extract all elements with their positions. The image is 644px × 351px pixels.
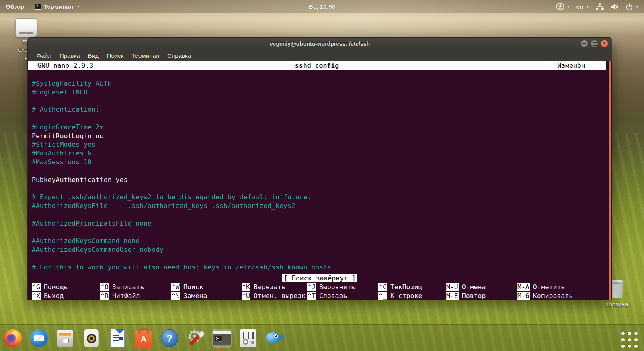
drive-icon <box>15 18 37 37</box>
dock-firefox[interactable] <box>3 329 23 348</box>
config-line: #SyslogFacility AUTH <box>32 79 612 88</box>
window-titlebar[interactable]: evgeniy@ubuntu-wordpress: /etc/ssh <box>28 38 612 50</box>
thunderbird-icon <box>30 329 48 347</box>
config-line: #LoginGraceTime 2m <box>32 123 612 132</box>
config-line <box>32 184 612 193</box>
nano-shortcut: ^UОтмен. вырезк <box>242 292 307 300</box>
nano-shortcut: M-UОтмена <box>446 283 517 292</box>
dock-settings[interactable]: ⚙ <box>186 329 205 348</box>
config-line: #AuthorizedPrincipalsFile none <box>32 219 612 228</box>
config-line <box>32 210 612 219</box>
bluefish-icon <box>265 331 283 345</box>
accessibility-icon <box>556 2 564 11</box>
chevron-down-icon: ▼ <box>76 4 80 9</box>
chevron-down-icon: ▼ <box>585 4 589 9</box>
menu-bar: ФайлПравкаВидПоискТерминалСправка <box>28 50 612 61</box>
menu-item-2[interactable]: Вид <box>84 52 103 59</box>
nano-shortcut: M-AОтметить <box>517 283 612 292</box>
config-line: # For this to work you will also need ho… <box>32 263 612 272</box>
app-menu[interactable]: Терминал ▼ <box>35 3 80 10</box>
tweaks-icon <box>240 329 256 347</box>
activities-button[interactable]: Обзор <box>6 3 24 10</box>
config-line: #LogLevel INFO <box>32 88 612 97</box>
dock-terminal[interactable]: >_ <box>212 329 232 348</box>
close-button[interactable] <box>601 40 608 47</box>
show-applications-button[interactable] <box>618 329 638 348</box>
top-panel: Обзор Терминал ▼ Вс, 10:58 ▼ en ▼ <box>0 0 644 13</box>
nano-shortcut: M-6Копировать <box>517 292 612 300</box>
volume-icon[interactable] <box>610 3 619 11</box>
minimize-button[interactable] <box>580 40 588 47</box>
nano-filename: sshd_config <box>295 62 339 69</box>
config-line <box>32 96 612 105</box>
music-player-icon <box>84 329 99 347</box>
terminal-screen[interactable]: GNU nano 2.9.3 sshd_config Изменён #Sysl… <box>28 61 612 300</box>
nano-shortcut: ^KВырезать <box>242 283 307 292</box>
config-line <box>32 228 612 237</box>
nano-shortcut: ^\Замена <box>171 292 242 300</box>
dock-writer[interactable] <box>108 329 127 348</box>
menu-item-3[interactable]: Поиск <box>103 52 128 59</box>
terminal-icon: >_ <box>213 331 231 346</box>
nano-shortcut: ^OЗаписать <box>100 283 171 292</box>
terminal-scrollbar[interactable] <box>609 61 611 300</box>
config-line: #AuthorizedKeysFile .ssh/authorized_keys… <box>32 202 612 210</box>
nano-shortcut: ^TСловарь <box>307 292 378 300</box>
trash-label: Корзина <box>597 300 637 308</box>
wired-network-icon <box>595 3 604 11</box>
config-line: #AuthorizedKeysCommandUser nobody <box>32 245 612 254</box>
config-line <box>32 167 612 176</box>
config-line <box>32 254 612 263</box>
menu-item-4[interactable]: Терминал <box>127 52 163 59</box>
nano-shortcut: ^CТекПозиц <box>378 283 446 292</box>
nano-shortcut: ^_К строке <box>378 292 446 300</box>
nano-shortcut: ^GПомощь <box>32 283 100 292</box>
power-menu[interactable]: ▼ <box>625 3 639 11</box>
dock: A?⚙>_ <box>0 324 644 351</box>
nano-titlebar: GNU nano 2.9.3 sshd_config Изменён <box>28 61 606 70</box>
dock-bluefish[interactable] <box>265 329 284 348</box>
menu-item-5[interactable]: Справка <box>163 52 195 59</box>
config-line <box>32 114 612 123</box>
config-line: PermitRootLogin no <box>32 132 612 141</box>
file-manager-icon <box>57 329 73 347</box>
nano-shortcut: ^WПоиск <box>171 283 242 292</box>
dock-tweaks[interactable] <box>238 329 258 348</box>
language-menu[interactable]: en ▼ <box>576 3 589 10</box>
config-line: # Authentication: <box>32 105 612 114</box>
accessibility-menu[interactable]: ▼ <box>556 2 570 11</box>
config-line: #StrictModes yes <box>32 140 612 149</box>
menu-item-1[interactable]: Правка <box>55 52 84 59</box>
nano-modified-flag: Изменён <box>557 62 606 69</box>
shortcuts-row2: ^XВыход^RЧитФайл^\Замена^UОтмен. вырезк^… <box>28 292 612 300</box>
power-icon <box>625 3 633 11</box>
nano-version: GNU nano 2.9.3 <box>28 62 93 69</box>
nano-shortcut: M-EПовтор <box>446 292 517 300</box>
dock-thunderbird[interactable] <box>29 329 49 348</box>
dock-files[interactable] <box>55 329 75 348</box>
terminal-window: evgeniy@ubuntu-wordpress: /etc/ssh ФайлП… <box>27 37 612 300</box>
nano-content: #SyslogFacility AUTH#LogLevel INFO # Aut… <box>28 70 612 271</box>
window-title: evgeniy@ubuntu-wordpress: /etc/ssh <box>270 41 370 47</box>
clock[interactable]: Вс, 10:58 <box>309 0 335 13</box>
dock-help[interactable]: ? <box>160 329 179 348</box>
firefox-icon <box>4 329 22 347</box>
config-line <box>32 70 612 79</box>
config-line: #MaxAuthTries 6 <box>32 149 612 158</box>
chevron-down-icon: ▼ <box>635 4 639 9</box>
config-line: # Expect .ssh/authorized_keys2 to be dis… <box>32 193 612 202</box>
dock-rhythmbox[interactable] <box>82 329 101 348</box>
config-line: #AuthorizedKeysCommand none <box>32 237 612 245</box>
system-settings-icon: ⚙ <box>187 329 205 347</box>
chevron-down-icon: ▼ <box>566 4 570 9</box>
maximize-button[interactable] <box>591 40 598 47</box>
app-menu-label: Терминал <box>44 3 73 10</box>
nano-statusbar: [ Поиск завёрнут ] <box>28 274 612 283</box>
nano-shortcut: ^RЧитФайл <box>100 292 171 300</box>
menu-item-0[interactable]: Файл <box>33 52 55 59</box>
nano-shortcut: ^XВыход <box>32 292 100 300</box>
terminal-app-icon <box>35 4 41 10</box>
help-icon: ? <box>161 329 178 347</box>
nano-status-message: [ Поиск завёрнут ] <box>282 274 357 282</box>
dock-software[interactable]: A <box>134 329 153 348</box>
